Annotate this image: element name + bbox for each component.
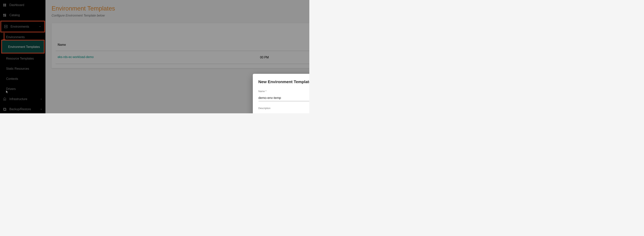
name-field: Name * — [258, 90, 309, 101]
modal-overlay[interactable]: New Environment Template Name * Descript… — [0, 0, 309, 113]
modal-body: Name * Description — [252, 88, 309, 113]
description-input[interactable] — [258, 112, 309, 113]
description-field: Description — [258, 107, 309, 113]
name-input[interactable] — [258, 95, 309, 101]
description-label: Description — [258, 107, 309, 109]
new-environment-template-modal: New Environment Template Name * Descript… — [252, 74, 309, 113]
modal-title: New Environment Template — [252, 74, 309, 88]
name-label: Name * — [258, 90, 309, 92]
